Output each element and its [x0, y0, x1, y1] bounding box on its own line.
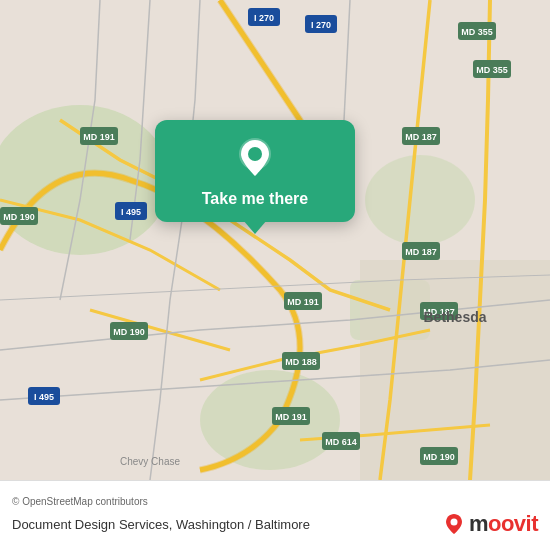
- svg-text:Bethesda: Bethesda: [423, 309, 486, 325]
- svg-text:MD 191: MD 191: [83, 132, 115, 142]
- svg-text:Chevy Chase: Chevy Chase: [120, 456, 180, 467]
- attribution: © OpenStreetMap contributors: [12, 496, 538, 507]
- map-background: I 270 I 270 MD 355 MD 355 MD 191 MD 187 …: [0, 0, 550, 480]
- moovit-pin-icon: [443, 513, 465, 535]
- bottom-info: Document Design Services, Washington / B…: [12, 511, 538, 537]
- svg-point-3: [365, 155, 475, 245]
- svg-text:MD 355: MD 355: [476, 65, 508, 75]
- svg-text:MD 190: MD 190: [423, 452, 455, 462]
- svg-text:MD 187: MD 187: [405, 247, 437, 257]
- popup-label: Take me there: [202, 190, 308, 208]
- popup-card[interactable]: Take me there: [155, 120, 355, 222]
- svg-text:MD 188: MD 188: [285, 357, 317, 367]
- svg-point-44: [450, 519, 457, 526]
- svg-text:MD 614: MD 614: [325, 437, 357, 447]
- svg-text:MD 187: MD 187: [405, 132, 437, 142]
- svg-text:MD 191: MD 191: [275, 412, 307, 422]
- svg-text:I 270: I 270: [311, 20, 331, 30]
- moovit-text: moovit: [469, 511, 538, 537]
- location-text: Document Design Services, Washington / B…: [12, 517, 310, 532]
- svg-text:MD 190: MD 190: [113, 327, 145, 337]
- svg-text:I 495: I 495: [121, 207, 141, 217]
- svg-text:I 495: I 495: [34, 392, 54, 402]
- svg-text:MD 190: MD 190: [3, 212, 35, 222]
- location-pin-icon: [233, 136, 277, 180]
- svg-text:MD 191: MD 191: [287, 297, 319, 307]
- svg-point-43: [248, 147, 262, 161]
- svg-text:MD 355: MD 355: [461, 27, 493, 37]
- map-container: I 270 I 270 MD 355 MD 355 MD 191 MD 187 …: [0, 0, 550, 480]
- bottom-bar: © OpenStreetMap contributors Document De…: [0, 480, 550, 550]
- moovit-logo[interactable]: moovit: [443, 511, 538, 537]
- svg-text:I 270: I 270: [254, 13, 274, 23]
